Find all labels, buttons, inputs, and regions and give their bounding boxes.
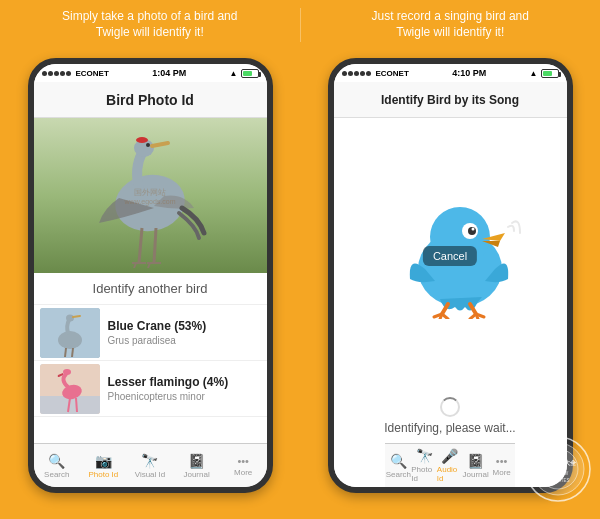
carrier-left: ECONET: [76, 69, 109, 78]
nav-title-right: Identify Bird by its Song: [334, 82, 567, 118]
svg-text:PREVIEW: PREVIEW: [548, 471, 570, 476]
bird-photo-main: 国外网站 www.egods.com: [34, 118, 267, 273]
right-phone: ECONET 4:10 PM ▲ Identify Bird by its So…: [328, 58, 573, 493]
tab-photo-label-right: Photo Id: [411, 465, 437, 483]
crane-sci: Grus paradisea: [108, 335, 261, 346]
loading-area: Identifying, please wait...: [376, 389, 523, 443]
tab-search-label-left: Search: [44, 470, 69, 479]
tab-journal-label-right: Journal: [463, 470, 489, 479]
search-icon-right: 🔍: [390, 453, 407, 469]
wifi-icon-left: ▲: [230, 69, 238, 78]
left-banner-text: Simply take a photo of a bird and Twigle…: [0, 0, 300, 50]
tab-visual-left[interactable]: 🔭 Visual Id: [127, 453, 174, 479]
status-bar-right: ECONET 4:10 PM ▲: [334, 64, 567, 82]
cancel-button[interactable]: Cancel: [423, 246, 477, 266]
tab-more-right[interactable]: ••• More: [489, 455, 515, 477]
carrier-right: ECONET: [376, 69, 409, 78]
tab-journal-label-left: Journal: [183, 470, 209, 479]
svg-text:国外网站大全: 国外网站大全: [540, 459, 577, 466]
tab-more-left[interactable]: ••• More: [220, 455, 267, 477]
right-banner-text: Just record a singing bird and Twigle wi…: [301, 0, 601, 50]
bird-mascot-area: Cancel: [334, 118, 567, 389]
nav-title-left: Bird Photo Id: [34, 82, 267, 118]
phone-content-right: Cancel Identifying, please wait... 🔍 Sea…: [334, 118, 567, 487]
tab-photo-label-left: Photo Id: [88, 470, 118, 479]
svg-line-4: [139, 228, 142, 263]
bottom-badge: 国外网站大全 PREVIEW WEBSITES: [524, 435, 592, 507]
svg-point-21: [472, 227, 475, 230]
svg-line-29: [470, 314, 476, 319]
time-left: 1:04 PM: [152, 68, 186, 78]
tab-more-label-left: More: [234, 468, 252, 477]
tab-audio-right[interactable]: 🎤 Audio Id: [437, 448, 463, 483]
result-item-crane[interactable]: Blue Crane (53%) Grus paradisea: [34, 305, 267, 361]
svg-line-16: [76, 398, 77, 412]
flamingo-thumb: [40, 364, 100, 414]
result-item-flamingo[interactable]: Lesser flamingo (4%) Phoenicopterus mino…: [34, 361, 267, 417]
more-icon-left: •••: [237, 455, 249, 467]
journal-icon-right: 📓: [467, 453, 484, 469]
tab-audio-label-right: Audio Id: [437, 465, 463, 483]
mic-icon-right: 🎤: [441, 448, 458, 464]
top-banner: Simply take a photo of a bird and Twigle…: [0, 0, 600, 50]
tab-search-label-right: Search: [386, 470, 411, 479]
left-phone: ECONET 1:04 PM ▲ Bird Photo Id: [28, 58, 273, 493]
results-list: Blue Crane (53%) Grus paradisea: [34, 305, 267, 443]
tab-journal-right[interactable]: 📓 Journal: [463, 453, 489, 479]
bird-mascot: Cancel: [390, 199, 510, 309]
identifying-text: Identifying, please wait...: [384, 421, 515, 435]
tab-search-right[interactable]: 🔍 Search: [385, 453, 411, 479]
svg-line-9: [65, 348, 66, 357]
phone-content-left: 国外网站 www.egods.com Identify another bird: [34, 118, 267, 487]
tab-search-left[interactable]: 🔍 Search: [34, 453, 81, 479]
crane-thumb: [40, 308, 100, 358]
tab-more-label-right: More: [493, 468, 511, 477]
search-icon-left: 🔍: [48, 453, 65, 469]
svg-point-32: [538, 449, 578, 489]
tab-bar-right: 🔍 Search 🔭 Photo Id 🎤 Audio Id 📓 Journal: [385, 443, 514, 487]
tab-photo-left[interactable]: 📷 Photo Id: [80, 453, 127, 479]
loading-spinner: [440, 397, 460, 417]
wifi-icon-right: ▲: [530, 69, 538, 78]
journal-icon-left: 📓: [188, 453, 205, 469]
crane-image: [34, 118, 267, 273]
svg-line-25: [442, 314, 448, 319]
svg-line-5: [154, 228, 156, 263]
binoculars-icon-right: 🔭: [416, 448, 433, 464]
svg-point-3: [136, 137, 148, 143]
identify-btn[interactable]: Identify another bird: [34, 273, 267, 305]
crane-info: Blue Crane (53%) Grus paradisea: [100, 319, 261, 346]
flamingo-info: Lesser flamingo (4%) Phoenicopterus mino…: [100, 375, 261, 402]
tab-journal-left[interactable]: 📓 Journal: [173, 453, 220, 479]
flamingo-name: Lesser flamingo (4%): [108, 375, 261, 389]
svg-point-7: [58, 331, 82, 349]
status-bar-left: ECONET 1:04 PM ▲: [34, 64, 267, 82]
binoculars-icon-left: 🔭: [141, 453, 158, 469]
tab-bar-left: 🔍 Search 📷 Photo Id 🔭 Visual Id 📓 Journa…: [34, 443, 267, 487]
camera-icon-left: 📷: [95, 453, 112, 469]
tab-visual-label-left: Visual Id: [135, 470, 166, 479]
flamingo-sci: Phoenicopterus minor: [108, 391, 261, 402]
svg-line-10: [72, 348, 73, 357]
left-phone-section: ECONET 1:04 PM ▲ Bird Photo Id: [0, 50, 300, 519]
svg-text:WEBSITES: WEBSITES: [546, 478, 569, 483]
time-right: 4:10 PM: [452, 68, 486, 78]
tab-photo-right[interactable]: 🔭 Photo Id: [411, 448, 437, 483]
more-icon-right: •••: [496, 455, 508, 467]
svg-line-22: [442, 304, 448, 314]
svg-point-14: [63, 369, 71, 375]
svg-point-2: [146, 143, 150, 147]
svg-point-8: [66, 314, 74, 321]
main-area: ECONET 1:04 PM ▲ Bird Photo Id: [0, 50, 600, 519]
crane-name: Blue Crane (53%): [108, 319, 261, 333]
